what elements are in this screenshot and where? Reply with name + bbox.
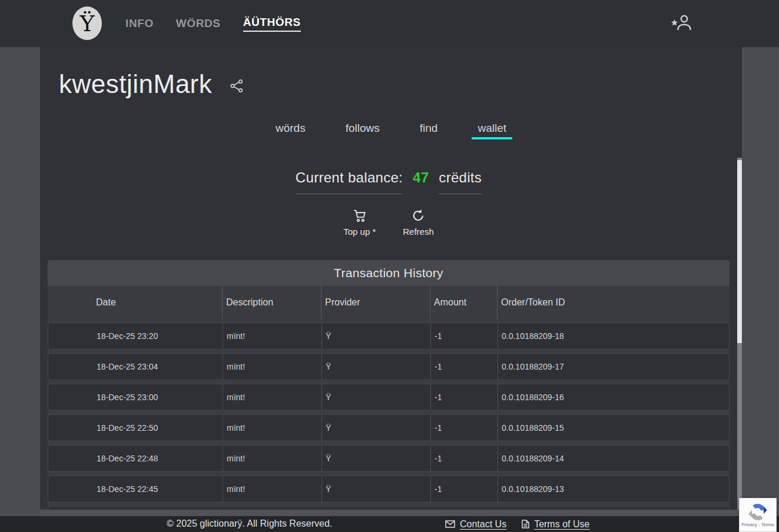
table-cell: mïnt! bbox=[223, 354, 321, 380]
tab-follows[interactable]: follows bbox=[344, 122, 381, 135]
table-row: 18-Dec-25 23:04mïnt!Ÿ-10.0.10188209-17 bbox=[48, 353, 730, 380]
table-cell: mïnt! bbox=[223, 384, 321, 410]
table-row: 18-Dec-25 23:20mïnt!Ÿ-10.0.10188209-18 bbox=[48, 322, 730, 350]
balance-label: Current balance: bbox=[296, 169, 403, 194]
table-row: 18-Dec-25 22:45mïnt!Ÿ-10.0.10188209-13 bbox=[48, 476, 730, 503]
column-header: Date bbox=[48, 286, 222, 319]
profile-card: kwestjinMark wörds follows find wallet C… bbox=[40, 47, 742, 516]
column-header: Description bbox=[222, 286, 321, 319]
table-cell: mïnt! bbox=[223, 445, 321, 471]
table-cell: Ÿ bbox=[321, 415, 430, 441]
top-nav: Ÿ INFO WÖRDS ÄÜTHÖRS bbox=[0, 0, 779, 47]
column-header: Provider bbox=[321, 286, 430, 319]
nav-item-authors[interactable]: ÄÜTHÖRS bbox=[243, 16, 301, 32]
transaction-table-title: Transaction History bbox=[48, 260, 730, 286]
nav-item-info[interactable]: INFO bbox=[125, 17, 154, 30]
balance-line: Current balance: 47 crëdits bbox=[40, 169, 737, 194]
table-cell: 0.0.10188209-16 bbox=[498, 384, 729, 410]
wallet-panel: Current balance: 47 crëdits Top up * bbox=[40, 158, 737, 510]
recaptcha-badge[interactable]: Privacy - Terms bbox=[739, 498, 777, 532]
tab-find[interactable]: find bbox=[419, 122, 439, 135]
table-row: 18-Dec-25 23:00mïnt!Ÿ-10.0.10188209-16 bbox=[48, 384, 730, 411]
nav-menu: INFO WÖRDS ÄÜTHÖRS bbox=[125, 0, 301, 47]
table-cell: 18-Dec-25 22:50 bbox=[48, 415, 223, 441]
table-cell: Ÿ bbox=[321, 384, 430, 410]
contact-us-label: Contact Us bbox=[460, 519, 506, 530]
table-cell: -1 bbox=[430, 476, 498, 502]
contact-us-link[interactable]: Contact Us bbox=[445, 519, 506, 530]
tab-wallet[interactable]: wallet bbox=[476, 122, 508, 135]
site-logo[interactable]: Ÿ bbox=[72, 6, 102, 40]
share-icon[interactable] bbox=[230, 79, 244, 93]
nav-item-words[interactable]: WÖRDS bbox=[176, 17, 221, 30]
recaptcha-privacy-terms: Privacy - Terms bbox=[742, 522, 774, 527]
title-row: kwestjinMark bbox=[59, 69, 244, 99]
table-cell: 0.0.10188209-18 bbox=[498, 323, 729, 349]
column-header: Order/Token ID bbox=[497, 286, 730, 319]
footer-links: Contact Us Terms of Use bbox=[445, 516, 589, 532]
star-person-icon bbox=[670, 13, 692, 33]
refresh-button[interactable]: Refresh bbox=[403, 208, 434, 237]
table-cell: -1 bbox=[430, 354, 498, 380]
table-cell: 0.0.10188209-13 bbox=[498, 476, 729, 502]
balance-unit: crëdits bbox=[439, 169, 482, 194]
terms-of-use-label: Terms of Use bbox=[534, 519, 589, 530]
column-header: Amount bbox=[430, 286, 497, 319]
screen: Ÿ INFO WÖRDS ÄÜTHÖRS kwestjinMark bbox=[0, 0, 779, 532]
copyright-text: © 2025 glictionarÿ. All Rights Reserved. bbox=[167, 516, 332, 531]
table-cell: 0.0.10188209-15 bbox=[498, 415, 729, 441]
tab-words[interactable]: wörds bbox=[274, 122, 307, 135]
table-cell: -1 bbox=[430, 323, 498, 349]
terms-of-use-link[interactable]: Terms of Use bbox=[522, 519, 589, 530]
table-cell: mïnt! bbox=[223, 323, 321, 349]
table-cell: 18-Dec-25 22:48 bbox=[48, 445, 223, 471]
table-cell: Ÿ bbox=[321, 323, 430, 349]
site-logo-letter: Ÿ bbox=[79, 11, 94, 36]
table-row: 18-Dec-25 22:50mïnt!Ÿ-10.0.10188209-15 bbox=[48, 414, 730, 441]
table-cell: Ÿ bbox=[321, 445, 430, 471]
vertical-scrollbar-thumb[interactable] bbox=[737, 160, 742, 343]
page-title: kwestjinMark bbox=[59, 69, 212, 99]
table-cell: 0.0.10188209-14 bbox=[498, 445, 729, 471]
table-cell: 0.0.10188209-17 bbox=[498, 354, 729, 380]
horizontal-scrollbar[interactable] bbox=[40, 510, 742, 516]
document-icon bbox=[522, 520, 529, 528]
table-cell: mïnt! bbox=[223, 476, 321, 502]
table-cell: -1 bbox=[430, 415, 498, 441]
table-row: 18-Dec-25 22:48mïnt!Ÿ-10.0.10188209-14 bbox=[48, 445, 730, 472]
recaptcha-icon bbox=[747, 503, 768, 521]
table-cell: 18-Dec-25 23:04 bbox=[48, 354, 223, 380]
refresh-label: Refresh bbox=[403, 227, 434, 237]
table-cell: 18-Dec-25 22:45 bbox=[48, 476, 223, 502]
table-cell: mïnt! bbox=[223, 415, 321, 441]
top-up-label: Top up * bbox=[343, 227, 376, 237]
table-cell: Ÿ bbox=[321, 354, 430, 380]
vertical-scrollbar[interactable] bbox=[737, 158, 742, 510]
transaction-table-header: DateDescriptionProviderAmountOrder/Token… bbox=[48, 286, 730, 319]
top-up-button[interactable]: Top up * bbox=[343, 208, 376, 237]
table-cell: 18-Dec-25 23:00 bbox=[48, 384, 223, 410]
transaction-table: Transaction History DateDescriptionProvi… bbox=[48, 260, 730, 510]
table-cell: 18-Dec-25 23:20 bbox=[48, 323, 223, 349]
table-cell: -1 bbox=[430, 445, 498, 471]
cart-icon bbox=[352, 208, 367, 223]
footer: © 2025 glictionarÿ. All Rights Reserved.… bbox=[0, 516, 779, 532]
profile-tabs: wörds follows find wallet bbox=[40, 122, 742, 135]
wallet-actions: Top up * Refresh bbox=[40, 208, 737, 237]
balance-value: 47 bbox=[413, 169, 429, 186]
user-account-button[interactable] bbox=[670, 13, 692, 33]
envelope-icon bbox=[445, 520, 455, 528]
table-cell: -1 bbox=[430, 384, 498, 410]
table-cell: Ÿ bbox=[321, 476, 430, 502]
transaction-table-body: 18-Dec-25 23:20mïnt!Ÿ-10.0.10188209-1818… bbox=[48, 322, 730, 503]
refresh-icon bbox=[411, 208, 426, 223]
